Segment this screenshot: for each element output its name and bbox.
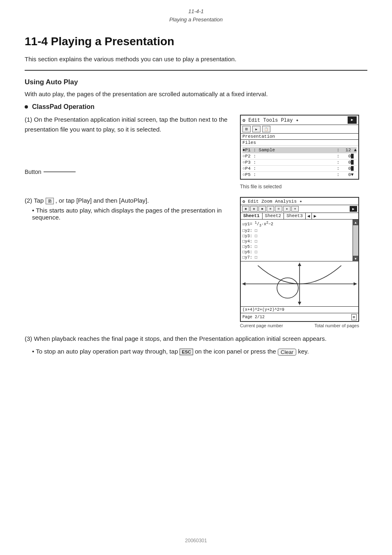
screen2-mockup: ✿ Edit Zoom Analysis ✦ ▦ ▤ ▣ ⊞ ⊟ ◈ ⊕ ▶ S…	[240, 197, 359, 322]
y-axis-down-arrow	[298, 302, 301, 305]
screen1-body: ●P1 : Sample : 12 ▲ ○P2 : : 0 █ ○P3 : :	[241, 146, 358, 179]
chapter-intro: This section explains the various method…	[25, 56, 367, 62]
step3-text: (3) When playback reaches the final page…	[25, 334, 367, 344]
scrollbar-up[interactable]: ▲	[353, 220, 358, 225]
screen1-row1: ●P1 : Sample : 12 ▲	[242, 147, 357, 153]
section-heading: Using Auto Play	[25, 78, 367, 86]
step2-bullet: • This starts auto play, which displays …	[32, 207, 232, 221]
tb2-icon7: ⊕	[291, 206, 299, 212]
screen2-menubar: ✿ Edit Zoom Analysis ✦	[241, 198, 358, 205]
tab-sheet3[interactable]: Sheet3	[284, 213, 306, 219]
screen2-eqns-area: ☑y1= 1/3·x2−2 □y2: □ □y3: □ □y4: □ □y5: …	[241, 220, 358, 261]
tb2-icon1: ▦	[242, 206, 249, 212]
x-axis-right-arrow	[354, 282, 357, 286]
screen2-tabs: Sheet1 Sheet2 Sheet3 ◀ ▶	[241, 213, 358, 220]
screen1-mockup: ✿ Edit Tools Play ✦ ▶ 🖹 ▶ 📋 Presentation…	[240, 115, 359, 180]
classpad-op-label: ClassPad Operation	[32, 103, 95, 111]
footer-date: 20060301	[185, 538, 207, 543]
scrollbar-track	[353, 225, 358, 256]
screen2-eqns-scrollbar: ▲ ▼	[353, 220, 358, 261]
step2-text-col: (2) Tap 🖹 , or tap [Play] and then [Auto…	[25, 197, 232, 328]
tb2-icon4: ⊞	[267, 206, 274, 212]
classpad-op-heading: ClassPad Operation	[25, 103, 367, 111]
screen2-eqns: ☑y1= 1/3·x2−2 □y2: □ □y3: □ □y4: □ □y5: …	[241, 220, 353, 261]
scrollbar-down[interactable]: ▼	[353, 256, 358, 261]
chapter-title: 11-4 Playing a Presentation	[25, 35, 367, 48]
step3-block: (3) When playback reaches the final page…	[25, 334, 367, 344]
x-axis-left-arrow	[242, 282, 245, 286]
tb2-icon5: ⊟	[275, 206, 282, 212]
bullet-icon	[25, 105, 28, 109]
screen1-files-label: Presentation	[241, 134, 358, 140]
step2-image-col: ✿ Edit Zoom Analysis ✦ ▦ ▤ ▣ ⊞ ⊟ ◈ ⊕ ▶ S…	[240, 197, 367, 328]
step2-block: (2) Tap 🖹 , or tap [Play] and then [Auto…	[25, 197, 367, 328]
eq-y4: □y4: □	[242, 239, 351, 244]
tb2-icon6: ◈	[283, 206, 291, 212]
screen2-toolbar: ▦ ▤ ▣ ⊞ ⊟ ◈ ⊕ ▶	[241, 205, 358, 213]
step1-text: (1) On the Presentation application init…	[25, 115, 232, 134]
tb2-icon2: ▤	[250, 206, 258, 212]
eq-y2: □y2: □	[242, 228, 351, 234]
step3-bullet: • To stop an auto play operation part wa…	[32, 348, 367, 356]
tab-prev[interactable]: ◀	[306, 213, 312, 219]
auto-play-intro: With auto play, the pages of the present…	[25, 90, 367, 97]
circle-curve	[277, 278, 298, 298]
eq-y7: □y7: □	[242, 255, 351, 260]
screen1-right-icon: ▶	[348, 116, 357, 124]
step2-toolbar-icon: 🖹	[46, 198, 54, 204]
eq-y1: ☑y1= 1/3·x2−2	[242, 220, 351, 228]
step2-text: (2) Tap 🖹 , or tap [Play] and then [Auto…	[25, 197, 232, 204]
header-line2: Playing a Presentation	[0, 16, 392, 24]
screen1-row4: ○P4 : : 0 █	[242, 166, 357, 172]
screen1-menubar: ✿ Edit Tools Play ✦ ▶	[241, 116, 358, 125]
button-label: Button	[25, 167, 41, 176]
screen1-pres-label: Presentation	[242, 134, 275, 139]
eq-y5: □y5: □	[242, 244, 351, 250]
clear-key: Clear	[278, 349, 296, 356]
tb2-play-icon: ▶	[350, 206, 357, 212]
screen1-menubar-text: ✿ Edit Tools Play ✦	[242, 117, 299, 123]
section-divider	[25, 70, 367, 71]
screen1-caption: This file is selected	[240, 184, 281, 190]
grid-icon: ⊞	[351, 314, 357, 320]
screen1-row3: ○P3 : : 0 █	[242, 160, 357, 166]
tab-next[interactable]: ▶	[312, 213, 318, 219]
eq-y3: □y3: □	[242, 234, 351, 239]
screen2-graph	[241, 261, 358, 307]
screen2-caption: Current page number Total number of page…	[240, 323, 359, 328]
screen1-toolbar: 🖹 ▶ 📋	[241, 125, 358, 134]
screen1-files-row: Files	[241, 140, 358, 146]
esc-icon: ESC	[180, 349, 193, 355]
y-axis-up-arrow	[298, 263, 301, 266]
step1-image-col: ✿ Edit Tools Play ✦ ▶ 🖹 ▶ 📋 Presentation…	[240, 115, 367, 190]
eq-y6: □y6: □	[242, 250, 351, 255]
page-header: 11-4-1 Playing a Presentation	[0, 0, 392, 27]
tb-icon-3: 📋	[262, 126, 270, 132]
screen1-row5: ○P5 : : 0 ▼	[242, 172, 357, 178]
tab-sheet2[interactable]: Sheet2	[263, 213, 284, 219]
tb-icon-1: 🖹	[242, 126, 251, 132]
button-label-container: Button	[25, 167, 232, 176]
step1-block: (1) On the Presentation application init…	[25, 115, 367, 190]
graph-svg	[241, 261, 358, 306]
screen2-formula: (x+4)^2+(y+2)^2=9	[241, 307, 358, 313]
tb2-icon3: ▣	[258, 206, 266, 212]
header-line1: 11-4-1	[0, 7, 392, 16]
screen2-page: Page 2/12 ⊞	[241, 313, 358, 321]
screen1-row2: ○P2 : : 0 █	[242, 153, 357, 160]
tb-icon-2: ▶	[252, 126, 261, 132]
page-footer: 20060301	[0, 538, 392, 543]
button-arrow-line	[44, 170, 76, 174]
tab-sheet1[interactable]: Sheet1	[241, 213, 263, 219]
step1-text-col: (1) On the Presentation application init…	[25, 115, 232, 190]
